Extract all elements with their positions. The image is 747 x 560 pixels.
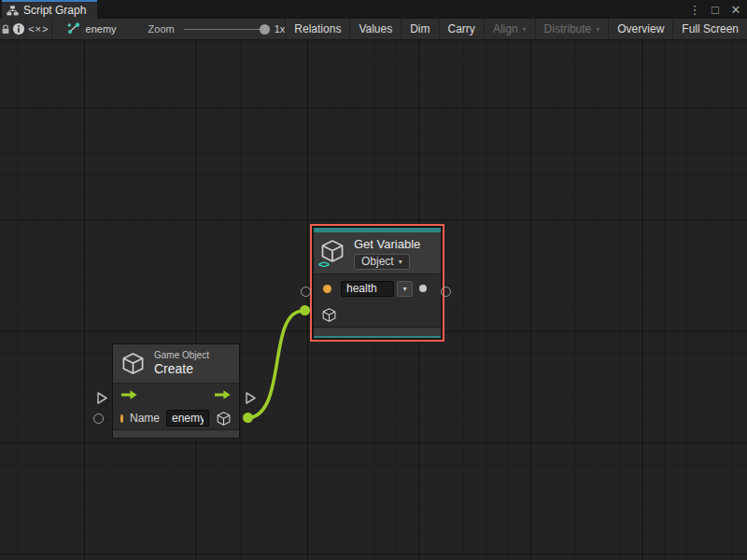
gameobject-cube-icon — [120, 351, 146, 376]
gameobject-output-cube-icon — [216, 411, 232, 427]
close-icon[interactable]: ✕ — [728, 2, 743, 17]
node-category: Game Object — [154, 350, 209, 360]
window-controls: ⋮ □ ✕ — [687, 0, 743, 19]
values-button[interactable]: Values — [350, 19, 402, 39]
chevron-down-icon: ▾ — [402, 285, 406, 293]
control-input-port[interactable] — [96, 391, 108, 405]
get-variable-node[interactable]: <> Get Variable Object ▾ ▾ — [314, 228, 441, 338]
tab-label: Script Graph — [23, 4, 86, 17]
dim-button[interactable]: Dim — [402, 19, 439, 39]
zoom-value: 1x — [275, 23, 286, 35]
chevron-down-icon: ▾ — [596, 26, 599, 34]
create-left-port[interactable] — [93, 413, 104, 424]
title-bar: Script Graph ⋮ □ ✕ — [0, 0, 747, 19]
create-gameobject-node[interactable]: Game Object Create Name — [112, 343, 240, 439]
node-bottom-accent — [314, 336, 441, 338]
toolbar-middle: enemy Zoom 1x — [52, 19, 287, 39]
variable-scope-dropdown[interactable]: Object ▾ — [354, 254, 410, 270]
value-output-port[interactable] — [419, 285, 427, 292]
field-label: Name — [130, 412, 160, 425]
object-input-row — [314, 302, 441, 327]
graph-tab-icon — [7, 5, 19, 17]
script-graph-window: Script Graph ⋮ □ ✕ — [0, 0, 747, 560]
flow-out-arrow-icon — [214, 389, 232, 400]
get-variable-header[interactable]: <> Get Variable Object ▾ — [314, 232, 441, 273]
zoom-slider[interactable] — [184, 29, 266, 30]
create-node-header[interactable]: Game Object Create — [113, 344, 239, 383]
zoom-label: Zoom — [148, 23, 175, 35]
zoom-slider-handle[interactable] — [260, 24, 270, 35]
variable-name-row: ▾ — [314, 274, 441, 302]
code-preview-button[interactable]: <×> — [26, 19, 52, 39]
name-value-port[interactable] — [120, 414, 123, 423]
node-footer — [314, 327, 441, 336]
breadcrumb-graph-name[interactable]: enemy — [86, 23, 117, 35]
align-dropdown[interactable]: Align ▾ — [485, 19, 536, 39]
inspect-button[interactable] — [12, 19, 26, 39]
overview-button[interactable]: Overview — [609, 19, 673, 39]
flow-in-arrow-icon — [120, 389, 138, 400]
node-footer — [113, 429, 239, 438]
carry-button[interactable]: Carry — [440, 19, 485, 39]
tab-script-graph[interactable]: Script Graph — [2, 0, 97, 19]
get-variable-left-port[interactable] — [301, 287, 311, 297]
gameobject-cube-icon — [321, 307, 337, 323]
graph-toolbar: <×> enemy Zoom 1x Relations Values Dim C… — [0, 19, 747, 40]
code-brackets-icon: <> — [318, 259, 329, 270]
name-parameter-row: Name — [113, 407, 239, 429]
chevron-down-icon: ▾ — [399, 258, 402, 266]
lock-button[interactable] — [0, 19, 12, 39]
chevron-down-icon: ▾ — [523, 26, 527, 34]
control-output-port[interactable] — [245, 391, 257, 405]
graph-breadcrumb-icon — [66, 22, 80, 35]
fullscreen-button[interactable]: Full Screen — [673, 19, 747, 39]
create-output-port-connected[interactable] — [243, 413, 253, 423]
name-value-port[interactable] — [323, 285, 331, 293]
variable-name-input[interactable] — [341, 281, 394, 297]
distribute-dropdown[interactable]: Distribute ▾ — [536, 19, 610, 39]
code-toggle-icon: <×> — [28, 23, 49, 35]
variable-picker-dropdown[interactable]: ▾ — [397, 281, 413, 297]
control-flow-row — [113, 384, 239, 407]
window-menu-icon[interactable]: ⋮ — [687, 2, 702, 17]
variable-cube-icon: <> — [319, 238, 347, 268]
get-variable-object-port-connected[interactable] — [300, 305, 310, 315]
lock-icon — [0, 23, 11, 35]
node-title: Create — [154, 361, 209, 376]
info-icon — [12, 22, 25, 35]
get-variable-node-selection: <> Get Variable Object ▾ ▾ — [310, 224, 444, 342]
node-title: Get Variable — [354, 237, 420, 251]
maximize-icon[interactable]: □ — [708, 2, 723, 17]
get-variable-right-port[interactable] — [441, 287, 451, 297]
name-input[interactable] — [166, 410, 209, 427]
relations-button[interactable]: Relations — [286, 19, 350, 39]
graph-canvas[interactable]: <> Get Variable Object ▾ ▾ — [0, 40, 747, 560]
